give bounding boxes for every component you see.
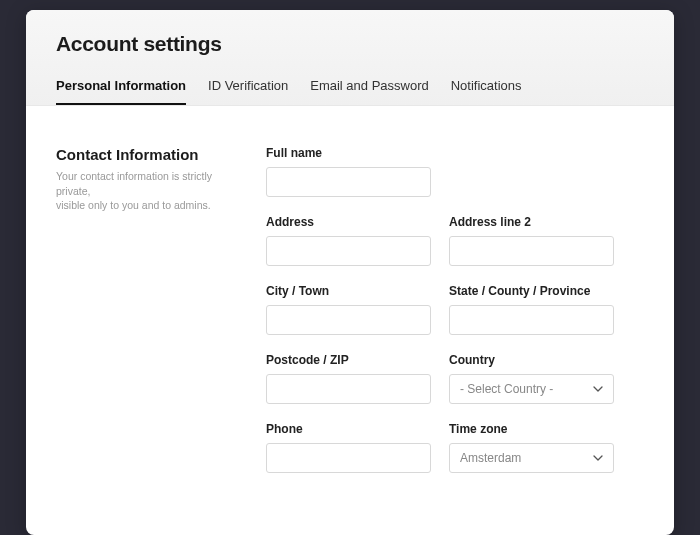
label-timezone: Time zone — [449, 422, 614, 436]
tab-email-password[interactable]: Email and Password — [310, 78, 429, 105]
tab-personal-information[interactable]: Personal Information — [56, 78, 186, 105]
label-country: Country — [449, 353, 614, 367]
select-timezone-value: Amsterdam — [460, 451, 521, 465]
field-address2: Address line 2 — [449, 215, 614, 266]
section-title: Contact Information — [56, 146, 236, 163]
field-state: State / County / Province — [449, 284, 614, 335]
input-city[interactable] — [266, 305, 431, 335]
field-country: Country - Select Country - — [449, 353, 614, 404]
card-body: Contact Information Your contact informa… — [26, 106, 674, 503]
label-full-name: Full name — [266, 146, 431, 160]
chevron-down-icon — [593, 384, 603, 394]
input-address[interactable] — [266, 236, 431, 266]
input-postcode[interactable] — [266, 374, 431, 404]
field-postcode: Postcode / ZIP — [266, 353, 431, 404]
page-title: Account settings — [56, 32, 644, 56]
select-country[interactable]: - Select Country - — [449, 374, 614, 404]
section-side: Contact Information Your contact informa… — [56, 146, 236, 473]
label-phone: Phone — [266, 422, 431, 436]
select-timezone[interactable]: Amsterdam — [449, 443, 614, 473]
input-state[interactable] — [449, 305, 614, 335]
label-city: City / Town — [266, 284, 431, 298]
label-address2: Address line 2 — [449, 215, 614, 229]
tab-notifications[interactable]: Notifications — [451, 78, 522, 105]
label-address: Address — [266, 215, 431, 229]
input-phone[interactable] — [266, 443, 431, 473]
field-city: City / Town — [266, 284, 431, 335]
tab-id-verification[interactable]: ID Verification — [208, 78, 288, 105]
field-phone: Phone — [266, 422, 431, 473]
chevron-down-icon — [593, 453, 603, 463]
field-full-name: Full name — [266, 146, 431, 197]
section-desc-line1: Your contact information is strictly pri… — [56, 170, 212, 197]
contact-form: Full name Address Address line 2 City / … — [266, 146, 614, 473]
select-country-value: - Select Country - — [460, 382, 553, 396]
section-description: Your contact information is strictly pri… — [56, 169, 236, 213]
tabs: Personal Information ID Verification Ema… — [56, 78, 644, 105]
settings-card: Account settings Personal Information ID… — [26, 10, 674, 535]
field-address: Address — [266, 215, 431, 266]
label-state: State / County / Province — [449, 284, 614, 298]
input-address2[interactable] — [449, 236, 614, 266]
label-postcode: Postcode / ZIP — [266, 353, 431, 367]
section-desc-line2: visible only to you and to admins. — [56, 199, 211, 211]
field-timezone: Time zone Amsterdam — [449, 422, 614, 473]
card-header: Account settings Personal Information ID… — [26, 10, 674, 106]
input-full-name[interactable] — [266, 167, 431, 197]
